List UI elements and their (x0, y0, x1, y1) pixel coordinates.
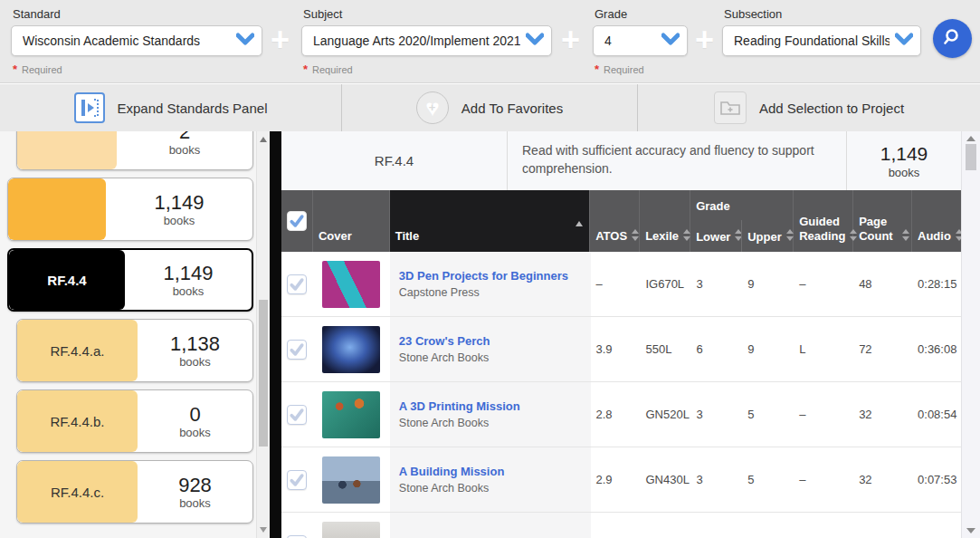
chevron-down-icon (236, 33, 254, 49)
column-header-guided-reading[interactable]: Guided Reading (794, 190, 853, 252)
subject-select[interactable]: Language Arts 2020/Implement 2021 (301, 25, 552, 56)
column-header-title[interactable]: Title (390, 190, 590, 252)
scroll-up-icon[interactable] (966, 136, 975, 141)
column-header-grade-upper[interactable]: Upper (742, 213, 793, 252)
standard-code: RF.4.4 (281, 131, 508, 190)
scroll-down-icon[interactable] (966, 528, 975, 533)
standard-card[interactable]: RF.4.4.b. 0 books (16, 389, 253, 453)
column-header-lexile[interactable]: Lexile (640, 190, 690, 252)
standard-code-block (17, 131, 117, 169)
table-row: A 3D Printing Mission Stone Arch Books 2… (281, 382, 961, 447)
grade-upper-value (742, 513, 794, 538)
lexile-value: GN430L (640, 447, 690, 512)
standard-card[interactable]: 1,149 books (7, 178, 253, 241)
required-asterisk-icon: * (303, 62, 308, 76)
grade-upper-value: 9 (742, 317, 794, 381)
standard-description: Read with sufficient accuracy and fluenc… (508, 131, 847, 190)
add-to-favorites-button[interactable]: ♥+ Add To Favorites (342, 84, 638, 131)
standard-card-selected[interactable]: RF.4.4 1,149 books (7, 248, 253, 312)
atos-value: 2.9 (591, 447, 641, 512)
book-title-link[interactable]: 3D Pen Projects for Beginners (399, 269, 568, 284)
standard-card[interactable]: 2 books (16, 131, 253, 170)
grade-upper-value: 5 (742, 447, 794, 512)
book-count: 2 books (117, 131, 252, 169)
heart-plus-icon: ♥+ (416, 91, 449, 124)
book-title-link[interactable]: 23 Crow's Perch (399, 334, 490, 350)
expand-standards-panel-label: Expand Standards Panel (118, 101, 268, 116)
publisher-name: Capstone Press (399, 286, 480, 299)
checkmark-icon[interactable] (287, 211, 307, 231)
standard-label: Standard (13, 7, 262, 21)
expand-standards-panel-button[interactable]: Expand Standards Panel (0, 84, 342, 131)
table-scrollbar[interactable] (961, 131, 980, 538)
grade-group-label: Grade (690, 190, 793, 213)
lexile-value (640, 513, 690, 538)
column-header-cover: Cover (313, 190, 390, 252)
standard-required-note: *Required (13, 62, 262, 76)
standard-select[interactable]: Wisconsin Academic Standards (11, 25, 262, 56)
row-checkbox[interactable] (287, 274, 307, 294)
cover-image[interactable] (322, 261, 380, 308)
subsection-select[interactable]: Reading Foundational Skills (722, 25, 921, 56)
chevron-down-icon (895, 33, 913, 49)
table-scrollbar-thumb[interactable] (966, 144, 976, 170)
row-checkbox[interactable] (287, 535, 307, 538)
grade-required-note: *Required (595, 62, 688, 76)
cover-image[interactable] (322, 326, 380, 373)
table-row: 23 Crow's Perch Stone Arch Books 3.9 550… (281, 317, 961, 382)
panel-divider (270, 131, 281, 538)
search-filters-bar: Standard Wisconsin Academic Standards *R… (0, 0, 980, 83)
row-checkbox[interactable] (287, 405, 307, 425)
standard-code-block: RF.4.4.b. (17, 390, 138, 452)
grade-lower-value: 6 (690, 317, 742, 381)
plus-icon: + (695, 24, 714, 56)
standard-card[interactable]: RF.4.4.c. 928 books (16, 460, 253, 524)
add-to-favorites-label: Add To Favorites (461, 101, 563, 116)
scroll-down-icon[interactable] (260, 527, 267, 533)
select-all-checkbox[interactable] (281, 190, 313, 252)
audio-length-value: 0:07:53 (912, 447, 961, 512)
row-checkbox[interactable] (287, 340, 307, 360)
subject-filter-group: Subject Language Arts 2020/Implement 202… (301, 7, 552, 76)
sort-asc-icon (576, 221, 583, 226)
results-panel: RF.4.4 Read with sufficient accuracy and… (281, 131, 961, 538)
subject-select-value: Language Arts 2020/Implement 2021 (313, 34, 520, 48)
grade-lower-value: 3 (690, 447, 742, 512)
chevron-down-icon (526, 33, 544, 49)
column-header-grade-lower[interactable]: Lower (690, 213, 741, 252)
publisher-name: Stone Arch Books (399, 417, 489, 429)
app-window: Standard Wisconsin Academic Standards *R… (0, 0, 980, 538)
search-button[interactable] (933, 19, 972, 58)
book-count: 0 books (138, 390, 252, 452)
sidebar-scrollbar-thumb[interactable] (259, 300, 268, 447)
atos-value: 3.9 (591, 317, 641, 381)
standard-card[interactable]: RF.4.4.a. 1,138 books (16, 319, 253, 382)
table-row-partial: A Chronology of North American (281, 513, 961, 538)
add-selection-to-project-label: Add Selection to Project (759, 101, 904, 116)
page-count-value: 72 (853, 317, 912, 381)
cover-image[interactable] (322, 391, 380, 438)
book-title-link[interactable]: A 3D Printing Mission (399, 399, 520, 415)
scroll-up-icon[interactable] (260, 137, 267, 142)
grade-select[interactable]: 4 (593, 25, 688, 56)
book-title-link[interactable]: A Building Mission (399, 465, 505, 480)
grade-label: Grade (595, 7, 688, 21)
cover-image[interactable] (322, 522, 380, 538)
column-header-page-count[interactable]: Page Count (853, 190, 912, 252)
sort-arrows-icon (902, 229, 909, 241)
grade-lower-value: 3 (690, 382, 742, 447)
sidebar-scrollbar[interactable] (256, 131, 270, 538)
add-selection-to-project-button[interactable]: Add Selection to Project (638, 84, 980, 131)
lexile-value: 550L (640, 317, 690, 381)
required-asterisk-icon: * (595, 62, 599, 76)
grade-lower-value (690, 513, 742, 538)
cover-image[interactable] (322, 456, 380, 504)
column-header-audio[interactable]: Audio (912, 190, 961, 252)
table-header: Cover Title ATOS Lexile Grade (281, 190, 961, 252)
column-header-atos[interactable]: ATOS (590, 190, 640, 252)
content-area: 2 books 1,149 books RF.4.4 1,149 book (0, 131, 980, 538)
grade-upper-value: 9 (742, 252, 794, 316)
row-checkbox[interactable] (287, 470, 307, 490)
sort-arrows-icon (632, 229, 639, 241)
guided-reading-value: – (794, 252, 853, 316)
